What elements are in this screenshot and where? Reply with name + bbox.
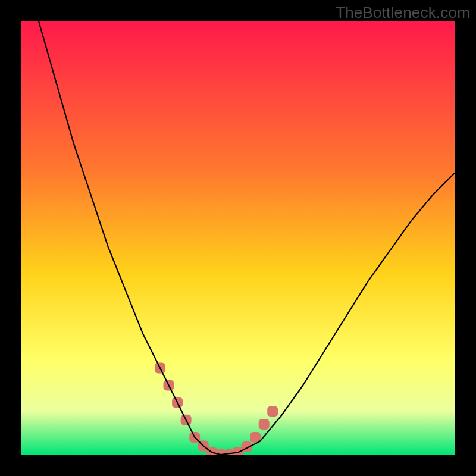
- gradient-background: [21, 21, 455, 455]
- plot-area: [21, 21, 455, 455]
- watermark-text: TheBottleneck.com: [336, 4, 470, 22]
- highlight-marker: [267, 406, 278, 416]
- highlight-marker: [250, 432, 261, 443]
- highlight-marker: [259, 419, 270, 430]
- plot-svg: [21, 21, 455, 455]
- chart-frame: TheBottleneck.com: [0, 0, 476, 476]
